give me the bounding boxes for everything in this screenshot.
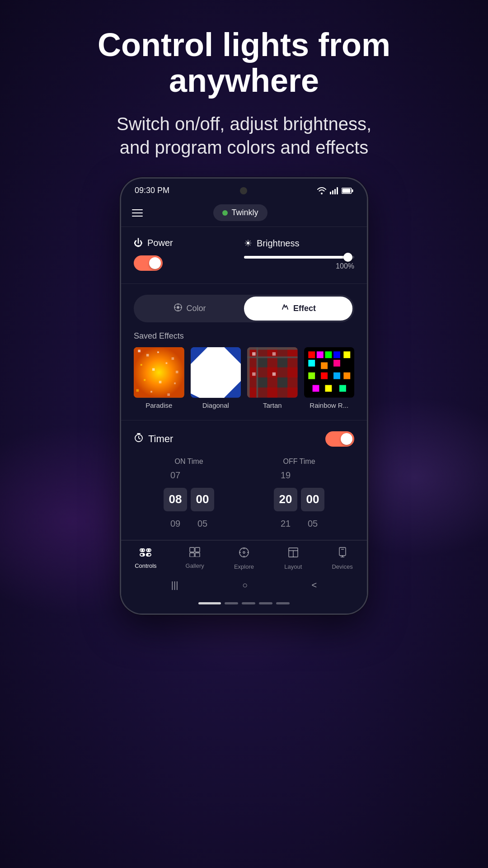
effect-mode-label: Effect [293,304,316,313]
hamburger-line-2 [132,212,143,213]
svg-rect-57 [321,373,328,379]
mode-toggle: Color Effect [134,295,354,322]
page-subtitle: Switch on/off, adjust brightness,and pro… [36,112,452,159]
svg-rect-27 [150,391,152,393]
off-time-column: OFF Time 19 20 00 21 05 [274,458,324,529]
nav-item-explore[interactable]: Explore [220,547,269,570]
layout-icon [288,547,299,561]
time-columns: ON Time 07 08 00 09 05 [134,458,354,529]
brightness-text: Brightness [257,238,300,249]
svg-rect-58 [333,373,340,379]
on-time-hours-box[interactable]: 08 [164,488,187,511]
svg-rect-72 [190,547,194,552]
svg-rect-59 [343,373,350,379]
off-time-minutes-below: 05 [301,519,324,529]
status-time: 09:30 PM [135,186,169,195]
effect-mode-icon [281,303,290,314]
svg-rect-56 [308,373,315,379]
phone-mockup: 09:30 PM [120,177,368,615]
timer-text: Timer [148,433,173,445]
nav-item-devices[interactable]: Devices [318,547,367,570]
svg-rect-1 [332,190,333,194]
power-toggle[interactable] [134,255,163,271]
power-brightness-row: ⏻ Power ☀ Brightness [134,238,354,273]
power-toggle-thumb [149,257,161,269]
on-time-values: 08 00 [164,488,214,511]
timer-toggle-thumb [341,433,352,445]
svg-rect-60 [312,385,319,392]
effect-name-rainbow: Rainbow R... [310,401,348,409]
off-time-minutes-box[interactable]: 00 [301,488,324,511]
nav-item-gallery[interactable]: Gallery [170,547,220,570]
svg-rect-19 [141,364,142,366]
power-icon: ⏻ [134,238,143,248]
on-time-minutes-above [191,470,214,481]
effect-name-paradise: Paradise [145,401,172,409]
top-nav: Twinkly [121,199,367,227]
gallery-icon [189,547,200,560]
hamburger-menu[interactable] [132,209,143,217]
color-mode-label: Color [186,304,206,313]
svg-rect-75 [195,553,200,557]
explore-label: Explore [234,563,254,570]
android-home-btn[interactable]: ○ [242,580,248,590]
svg-point-69 [143,553,145,556]
effects-section: Color Effect Saved Effects [121,284,367,420]
svg-rect-38 [247,388,298,398]
svg-rect-42 [247,357,298,359]
svg-rect-43 [252,353,255,356]
saved-effects-label: Saved Effects [134,331,354,341]
svg-rect-18 [172,358,174,360]
svg-rect-3 [337,187,338,194]
svg-rect-26 [136,389,139,392]
power-column: ⏻ Power [134,238,244,273]
page-title: Control lights from anywhere [36,27,452,99]
off-time-hours-box[interactable]: 20 [274,488,297,511]
timer-icon [134,433,144,445]
effect-mode-btn[interactable]: Effect [244,297,352,321]
svg-rect-28 [167,394,170,396]
effect-thumb-rainbow [304,347,355,398]
timer-toggle[interactable] [325,431,354,447]
effect-item-tartan[interactable]: Tartan [247,347,298,409]
svg-rect-16 [146,354,149,357]
on-time-minutes-box[interactable]: 00 [191,488,214,511]
svg-rect-40 [256,347,258,398]
svg-rect-46 [272,373,276,376]
svg-rect-55 [333,360,340,367]
effect-item-paradise[interactable]: Paradise [134,347,184,409]
on-time-below-row: 09 05 [164,519,214,529]
effect-name-tartan: Tartan [263,401,282,409]
svg-rect-52 [343,352,350,359]
nav-item-layout[interactable]: Layout [268,547,318,570]
android-recent-btn[interactable]: ||| [171,580,178,590]
effect-item-diagonal[interactable]: Diagonal [191,347,241,409]
svg-rect-85 [339,547,346,556]
brightness-slider-track[interactable] [244,256,354,259]
gallery-label: Gallery [186,562,204,569]
effect-item-rainbow[interactable]: Rainbow R... [304,347,355,409]
svg-rect-39 [247,347,250,398]
svg-rect-54 [321,363,328,369]
power-label: ⏻ Power [134,238,244,248]
off-time-above-row: 19 [274,470,324,481]
signal-icon [330,187,338,194]
svg-rect-6 [352,189,353,192]
color-mode-btn[interactable]: Color [136,297,244,321]
svg-rect-20 [152,368,155,371]
android-back-btn[interactable]: < [312,580,317,590]
wifi-icon [317,187,326,194]
timer-label: Timer [134,433,173,445]
effect-thumb-paradise [134,347,184,398]
brightness-slider-thumb [343,253,352,262]
bottom-nav: Controls Gallery [121,540,367,574]
brightness-label: ☀ Brightness [244,238,354,249]
brand-pill[interactable]: Twinkly [213,204,267,221]
svg-point-65 [141,549,144,551]
on-time-above-row: 07 [164,470,214,481]
svg-rect-5 [342,189,350,193]
controls-label: Controls [135,562,156,569]
nav-item-controls[interactable]: Controls [121,547,170,570]
on-time-column: ON Time 07 08 00 09 05 [164,458,214,529]
brightness-slider-fill [244,256,349,259]
